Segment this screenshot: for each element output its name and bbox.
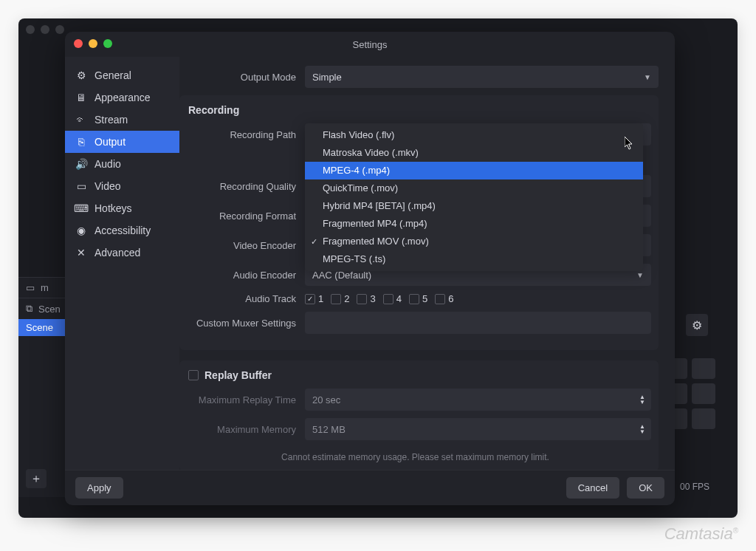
sidebar-item-appearance[interactable]: 🖥Appearance	[65, 86, 179, 109]
traffic-dot	[55, 25, 64, 34]
max-memory-label: Maximum Memory	[179, 424, 305, 435]
audio-track-4-checkbox[interactable]: 4	[383, 293, 402, 304]
audio-encoder-label: Audio Encoder	[179, 270, 305, 281]
checkbox-icon	[331, 294, 341, 304]
keyboard-icon: ⌨	[75, 202, 87, 214]
section-header-replay: Replay Buffer	[205, 369, 272, 381]
sidebar-label: Video	[94, 180, 121, 192]
sidebar-item-stream[interactable]: ᯤStream	[65, 109, 179, 131]
max-replay-time-input[interactable]: 20 sec▲▼	[305, 389, 651, 411]
custom-muxer-label: Custom Muxer Settings	[179, 318, 305, 329]
sidebar-label: Stream	[94, 114, 128, 126]
sidebar-item-video[interactable]: ▭Video	[65, 175, 179, 197]
recording-format-label: Recording Format	[179, 211, 305, 222]
sidebar-item-audio[interactable]: 🔊Audio	[65, 153, 179, 175]
video-encoder-label: Video Encoder	[179, 240, 305, 251]
settings-sidebar: ⚙General 🖥Appearance ᯤStream ⎘Output 🔊Au…	[65, 57, 179, 470]
max-memory-input[interactable]: 512 MB▲▼	[305, 418, 651, 440]
bg-gear-button[interactable]: ⚙	[686, 314, 708, 336]
output-mode-label: Output Mode	[179, 72, 305, 83]
check-label: 2	[344, 293, 349, 304]
settings-window: Settings ⚙General 🖥Appearance ᯤStream ⎘O…	[65, 32, 675, 505]
dropdown-option-mp4[interactable]: MPEG-4 (.mp4)	[305, 162, 643, 179]
sidebar-label: Audio	[94, 158, 121, 170]
sidebar-label: Appearance	[94, 92, 151, 103]
chevron-down-icon: ▼	[639, 400, 645, 405]
select-value: Simple	[312, 72, 342, 83]
sidebar-label: General	[94, 69, 131, 81]
check-label: 4	[396, 293, 402, 304]
dd-label: Fragmented MOV (.mov)	[323, 236, 429, 247]
recording-path-label: Recording Path	[179, 129, 305, 140]
sidebar-item-hotkeys[interactable]: ⌨Hotkeys	[65, 197, 179, 219]
close-icon[interactable]	[74, 39, 83, 48]
maximize-icon[interactable]	[103, 39, 112, 48]
sidebar-label: Accessibility	[94, 225, 151, 236]
tools-icon: ✕	[75, 247, 87, 259]
settings-footer: Apply Cancel OK	[65, 470, 675, 505]
audio-track-3-checkbox[interactable]: 3	[357, 293, 375, 304]
audio-track-6-checkbox[interactable]: 6	[435, 293, 453, 304]
checkbox-icon	[435, 294, 445, 304]
audio-track-label: Audio Track	[179, 293, 305, 304]
fps-indicator: 00 FPS	[680, 482, 709, 492]
watermark-text: Camtasia	[664, 524, 733, 543]
sidebar-label: Output	[94, 136, 126, 148]
bg-text: m	[41, 282, 49, 293]
cancel-button[interactable]: Cancel	[566, 477, 619, 499]
traffic-lights	[74, 39, 112, 48]
dropdown-option-mpeg-ts[interactable]: MPEG-TS (.ts)	[305, 250, 643, 268]
sidebar-label: Hotkeys	[94, 202, 132, 214]
replay-buffer-section: Replay Buffer Maximum Replay Time 20 sec…	[179, 360, 659, 470]
custom-muxer-input[interactable]	[305, 312, 651, 334]
ok-button[interactable]: OK	[627, 477, 664, 499]
recording-quality-label: Recording Quality	[179, 181, 305, 192]
minimize-icon[interactable]	[89, 39, 97, 48]
settings-content: Output Mode Simple▼ Recording Recording …	[179, 57, 675, 470]
max-replay-time-label: Maximum Replay Time	[179, 394, 305, 405]
chevron-down-icon: ▼	[644, 73, 651, 81]
audio-track-1-checkbox[interactable]: 1	[305, 293, 323, 304]
checkbox-icon	[357, 294, 367, 304]
bg-text: Scen	[38, 304, 61, 315]
window-titlebar: Settings	[65, 32, 675, 57]
check-label: 1	[318, 293, 323, 304]
section-header-recording: Recording	[179, 104, 651, 116]
dropdown-option-fragmented-mp4[interactable]: Fragmented MP4 (.mp4)	[305, 215, 643, 233]
window-title: Settings	[353, 39, 388, 50]
dropdown-option-mkv[interactable]: Matroska Video (.mkv)	[305, 144, 643, 162]
dropdown-option-flv[interactable]: Flash Video (.flv)	[305, 126, 643, 144]
sidebar-item-output[interactable]: ⎘Output	[65, 131, 179, 153]
audio-icon: 🔊	[75, 158, 87, 170]
gear-icon: ⚙	[75, 69, 87, 81]
dropdown-option-mov[interactable]: QuickTime (.mov)	[305, 179, 643, 197]
check-label: 5	[422, 293, 427, 304]
spin-value: 512 MB	[312, 424, 346, 435]
checkbox-icon	[409, 294, 419, 304]
bg-add-button[interactable]: ＋	[26, 469, 47, 488]
sidebar-item-accessibility[interactable]: ◉Accessibility	[65, 219, 179, 242]
watermark: Camtasia®	[664, 524, 738, 544]
output-mode-select[interactable]: Simple▼	[305, 66, 659, 88]
chevron-down-icon: ▼	[636, 271, 644, 279]
replay-buffer-checkbox[interactable]: Replay Buffer	[179, 369, 651, 389]
memory-hint: Cannot estimate memory usage. Please set…	[179, 448, 651, 462]
spinner-buttons[interactable]: ▲▼	[639, 394, 645, 405]
accessibility-icon: ◉	[75, 225, 87, 236]
video-icon: ▭	[75, 180, 87, 192]
spinner-buttons[interactable]: ▲▼	[639, 424, 645, 434]
appearance-icon: 🖥	[75, 92, 87, 103]
apply-button[interactable]: Apply	[75, 477, 123, 499]
check-label: 3	[370, 293, 375, 304]
dropdown-option-fragmented-mov[interactable]: ✓Fragmented MOV (.mov)	[305, 233, 643, 250]
sidebar-item-advanced[interactable]: ✕Advanced	[65, 242, 179, 264]
stream-icon: ᯤ	[75, 114, 87, 126]
sidebar-item-general[interactable]: ⚙General	[65, 64, 179, 86]
traffic-dot	[26, 25, 35, 34]
audio-track-5-checkbox[interactable]: 5	[409, 293, 427, 304]
audio-track-2-checkbox[interactable]: 2	[331, 293, 349, 304]
dropdown-option-hybrid-mp4[interactable]: Hybrid MP4 [BETA] (.mp4)	[305, 197, 643, 215]
checkmark-icon: ✓	[311, 236, 317, 247]
check-label: 6	[448, 293, 453, 304]
recording-format-dropdown[interactable]: Flash Video (.flv) Matroska Video (.mkv)…	[305, 123, 643, 271]
